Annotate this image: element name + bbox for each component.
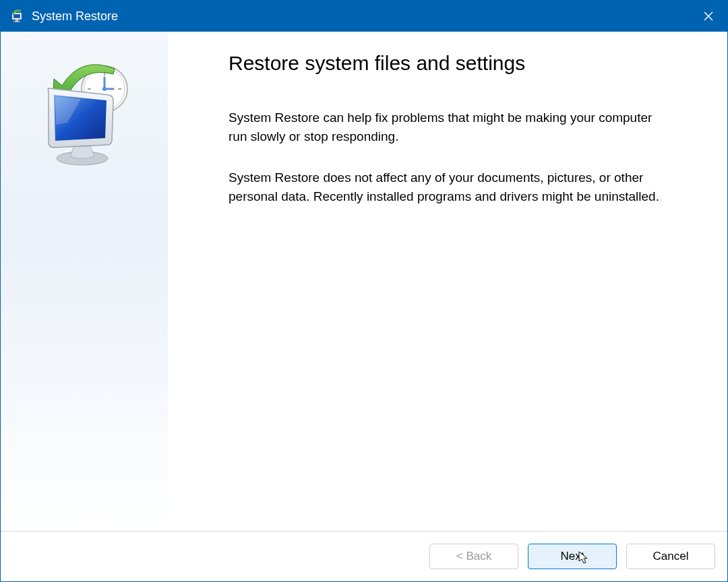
svg-rect-2 (16, 20, 18, 21)
cancel-button[interactable]: Cancel (626, 544, 715, 569)
system-restore-icon (10, 9, 25, 24)
svg-point-3 (13, 21, 20, 22)
titlebar: System Restore (1, 1, 727, 32)
content-area: Restore system files and settings System… (1, 32, 727, 531)
system-restore-wizard-icon (34, 59, 135, 160)
cursor-icon (578, 551, 590, 564)
system-restore-window: System Restore (0, 0, 728, 582)
close-icon (704, 11, 713, 21)
close-button[interactable] (690, 1, 727, 32)
main-content: Restore system files and settings System… (168, 32, 727, 531)
svg-point-14 (102, 87, 107, 91)
svg-rect-1 (13, 14, 20, 18)
back-button-label: < Back (456, 550, 491, 563)
page-heading: Restore system files and settings (229, 52, 687, 75)
description-text-1: System Restore can help fix problems tha… (229, 108, 660, 146)
wizard-sidebar (1, 32, 168, 531)
description-text-2: System Restore does not affect any of yo… (229, 168, 660, 205)
cancel-button-label: Cancel (653, 550, 689, 563)
next-button[interactable]: Next (528, 544, 617, 569)
back-button: < Back (429, 544, 518, 569)
window-title: System Restore (32, 9, 118, 24)
next-button-label: Next (561, 550, 584, 563)
wizard-footer: < Back Next Cancel (1, 531, 727, 581)
titlebar-left: System Restore (10, 9, 118, 24)
